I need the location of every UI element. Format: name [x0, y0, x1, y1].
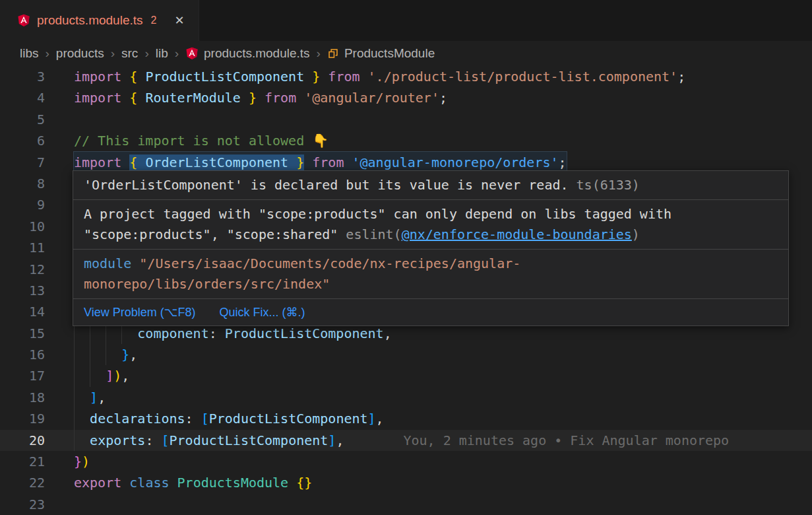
breadcrumb-item-libs[interactable]: libs	[20, 46, 39, 61]
line-number[interactable]: 15	[0, 323, 45, 344]
line-number[interactable]: 20	[0, 430, 45, 451]
code-text: })	[74, 451, 90, 472]
breadcrumb-item-products-module-ts[interactable]: products.module.ts	[185, 46, 310, 61]
code-token: [	[201, 411, 209, 427]
line-number[interactable]: 22	[0, 472, 45, 493]
code-token	[170, 475, 177, 491]
code-token: }	[121, 347, 129, 362]
code-token: 'OrderListComponent' is declared but its…	[84, 177, 569, 193]
hover-text-line: 'OrderListComponent' is declared but its…	[84, 175, 778, 195]
breadcrumb-item-productsmodule[interactable]: ProductsModule	[327, 46, 435, 61]
quick-fix-action[interactable]: Quick Fix... (⌘.)	[219, 305, 305, 320]
code-token: RouterModule	[137, 90, 249, 106]
code-token: module	[84, 256, 139, 271]
code-line-16[interactable]: 16 },	[0, 344, 812, 365]
code-token: ;	[439, 90, 447, 106]
line-number[interactable]: 9	[0, 194, 45, 215]
breadcrumb-item-lib[interactable]: lib	[156, 46, 168, 61]
code-line-6[interactable]: 6// This import is not allowed 👇	[0, 130, 812, 151]
breadcrumb: libs›products›src›lib›products.module.ts…	[0, 41, 812, 66]
code-token	[74, 347, 121, 362]
indent-guide	[74, 387, 75, 408]
line-number[interactable]: 21	[0, 451, 45, 472]
line-number[interactable]: 14	[0, 301, 45, 322]
code-line-4[interactable]: 4import { RouterModule } from '@angular/…	[0, 87, 812, 108]
code-text: import { RouterModule } from '@angular/r…	[74, 87, 447, 108]
code-token: from	[304, 154, 352, 170]
line-number[interactable]: 23	[0, 494, 45, 515]
line-number[interactable]: 3	[0, 66, 45, 87]
line-number[interactable]: 4	[0, 87, 45, 108]
code-token: // This import is not allowed 👇	[74, 133, 328, 149]
code-token: :	[209, 326, 225, 341]
breadcrumb-item-products[interactable]: products	[56, 46, 104, 61]
code-token: ts(6133)	[569, 177, 640, 193]
code-line-19[interactable]: 19 declarations: [ProductListComponent],	[0, 408, 812, 429]
line-number[interactable]: 5	[0, 109, 45, 130]
code-token: ProductsModule	[177, 475, 289, 491]
code-token: ,	[336, 432, 344, 448]
code-token: ]	[106, 368, 113, 384]
code-link[interactable]: @nx/enforce-module-boundaries	[402, 226, 632, 242]
line-number[interactable]: 11	[0, 237, 45, 258]
code-line-5[interactable]: 5	[0, 109, 812, 130]
line-number[interactable]: 7	[0, 152, 45, 173]
code-token: ProductListComponent	[225, 326, 384, 341]
code-line-3[interactable]: 3import { ProductListComponent } from '.…	[0, 66, 812, 87]
code-token: {}	[296, 475, 312, 491]
code-token: {	[129, 69, 137, 85]
code-token: '@angular/router'	[304, 90, 439, 106]
code-token: :	[185, 411, 201, 427]
breadcrumb-label: src	[121, 46, 138, 61]
line-number[interactable]: 6	[0, 130, 45, 151]
code-token: export	[74, 475, 121, 491]
code-token: import	[74, 90, 129, 106]
code-token: monorepo/libs/orders/src/index"	[84, 276, 330, 292]
hover-text-line: monorepo/libs/orders/src/index"	[84, 274, 778, 294]
line-number[interactable]: 8	[0, 173, 45, 194]
code-token: ProductListComponent	[170, 432, 328, 448]
code-token: './product-list/product-list.component'	[368, 69, 678, 85]
code-token: import	[74, 154, 129, 170]
line-number[interactable]: 10	[0, 216, 45, 237]
hover-text-line: module "/Users/isaac/Documents/code/nx-r…	[84, 254, 778, 274]
line-number[interactable]: 12	[0, 259, 45, 280]
code-token: import	[74, 69, 129, 85]
code-token: )	[113, 368, 121, 384]
class-icon	[327, 48, 339, 59]
close-icon[interactable]: ✕	[171, 12, 187, 29]
line-number[interactable]: 17	[0, 365, 45, 386]
hover-section-message: A project tagged with "scope:products" c…	[73, 200, 788, 250]
hover-section-message: 'OrderListComponent' is declared but its…	[73, 171, 788, 200]
code-line-23[interactable]: 23	[0, 494, 812, 515]
code-token: eslint(	[346, 226, 401, 242]
code-token: ,	[376, 411, 384, 427]
code-token: ]	[90, 390, 98, 405]
code-text: import { ProductListComponent } from './…	[74, 66, 685, 87]
angular-icon	[185, 47, 199, 60]
code-line-21[interactable]: 21})	[0, 451, 812, 472]
view-problem-action[interactable]: View Problem (⌥F8)	[84, 305, 195, 320]
code-line-18[interactable]: 18 ],	[0, 387, 812, 408]
breadcrumb-item-src[interactable]: src	[121, 46, 138, 61]
code-token: {	[129, 90, 137, 106]
code-token: OrderListComponent	[137, 154, 296, 170]
hover-section-code: module "/Users/isaac/Documents/code/nx-r…	[73, 250, 788, 299]
line-number[interactable]: 19	[0, 408, 45, 429]
tab-products-module-ts[interactable]: products.module.ts 2 ✕	[0, 0, 199, 41]
indent-guide	[90, 365, 90, 386]
line-number[interactable]: 13	[0, 280, 45, 301]
code-line-22[interactable]: 22export class ProductsModule {}	[0, 472, 812, 493]
code-link[interactable]: '@angular-monorepo/orders'	[352, 154, 558, 170]
breadcrumb-label: libs	[20, 46, 39, 61]
code-line-20[interactable]: 20 exports: [ProductListComponent],You, …	[0, 430, 812, 451]
chevron-right-icon: ›	[141, 46, 152, 61]
chevron-right-icon: ›	[42, 46, 53, 61]
code-token	[74, 390, 90, 405]
line-number[interactable]: 18	[0, 387, 45, 408]
breadcrumb-label: lib	[156, 46, 168, 61]
indent-guide	[90, 344, 90, 365]
hover-text-line: "scope:products", "scope:shared" eslint(…	[84, 224, 778, 245]
line-number[interactable]: 16	[0, 344, 45, 365]
code-line-17[interactable]: 17 ]),	[0, 365, 812, 386]
